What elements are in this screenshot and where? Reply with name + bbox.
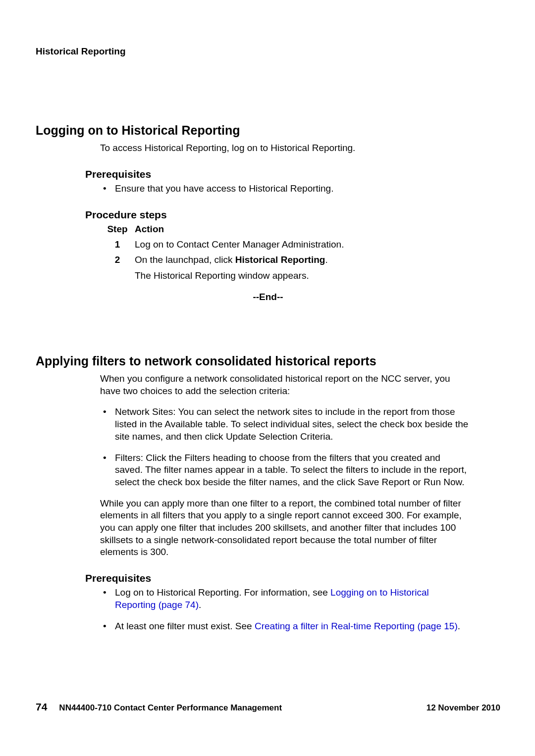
- prereq-tail: .: [458, 621, 460, 631]
- table-row: 1 Log on to Contact Center Manager Admin…: [100, 239, 500, 251]
- list-item: Ensure that you have access to Historica…: [100, 183, 471, 195]
- end-marker: --End--: [100, 291, 436, 303]
- cross-reference-link[interactable]: Creating a filter in Real-time Reporting…: [255, 621, 458, 631]
- step-action: On the launchpad, click Historical Repor…: [135, 254, 500, 266]
- step-action-prefix: On the launchpad, click: [135, 254, 235, 265]
- page-footer: 74 NN44400-710 Contact Center Performanc…: [36, 700, 500, 713]
- section2-intro: When you configure a network consolidate…: [100, 373, 471, 397]
- prerequisites-heading: Prerequisites: [85, 571, 500, 585]
- col-header-step: Step: [100, 223, 135, 236]
- prerequisites-list: Log on to Historical Reporting. For info…: [100, 587, 471, 632]
- running-header: Historical Reporting: [36, 46, 500, 58]
- list-item-text: Ensure that you have access to Historica…: [115, 183, 333, 194]
- section-heading-logging-on: Logging on to Historical Reporting: [36, 122, 500, 139]
- page-number: 74: [36, 700, 47, 713]
- list-item: Network Sites: You can select the networ…: [100, 406, 471, 443]
- step-number: 2: [100, 254, 135, 266]
- section1-intro: To access Historical Reporting, log on t…: [100, 142, 471, 154]
- document-page: Historical Reporting Logging on to Histo…: [0, 0, 535, 756]
- list-item-text: Network Sites: You can select the networ…: [115, 406, 468, 441]
- table-row: 2 On the launchpad, click Historical Rep…: [100, 254, 500, 266]
- list-item-text: Filters: Click the Filters heading to ch…: [115, 453, 467, 487]
- prereq-text: Log on to Historical Reporting. For info…: [115, 587, 330, 598]
- step-action: Log on to Contact Center Manager Adminis…: [135, 239, 500, 251]
- procedure-steps-heading: Procedure steps: [85, 208, 500, 221]
- prerequisites-heading: Prerequisites: [85, 167, 500, 181]
- list-item: Log on to Historical Reporting. For info…: [100, 587, 471, 611]
- step-action-bold: Historical Reporting: [235, 254, 325, 265]
- footer-date: 12 November 2010: [427, 703, 500, 713]
- step-result-note: The Historical Reporting window appears.: [135, 270, 500, 282]
- step-number: 1: [100, 239, 135, 251]
- col-header-action: Action: [135, 223, 500, 236]
- section-heading-applying-filters: Applying filters to network consolidated…: [36, 353, 500, 369]
- footer-doc-id: NN44400-710 Contact Center Performance M…: [59, 703, 426, 713]
- choices-list: Network Sites: You can select the networ…: [100, 406, 471, 488]
- list-item: At least one filter must exist. See Crea…: [100, 620, 471, 633]
- prereq-text: At least one filter must exist. See: [115, 621, 255, 631]
- prereq-tail: .: [199, 600, 201, 610]
- prerequisites-list: Ensure that you have access to Historica…: [100, 183, 471, 195]
- list-item: Filters: Click the Filters heading to ch…: [100, 452, 471, 489]
- filter-limit-paragraph: While you can apply more than one filter…: [100, 498, 471, 558]
- procedure-steps-table: Step Action 1 Log on to Contact Center M…: [100, 223, 500, 282]
- step-action-suffix: .: [325, 254, 327, 265]
- table-header-row: Step Action: [100, 223, 500, 236]
